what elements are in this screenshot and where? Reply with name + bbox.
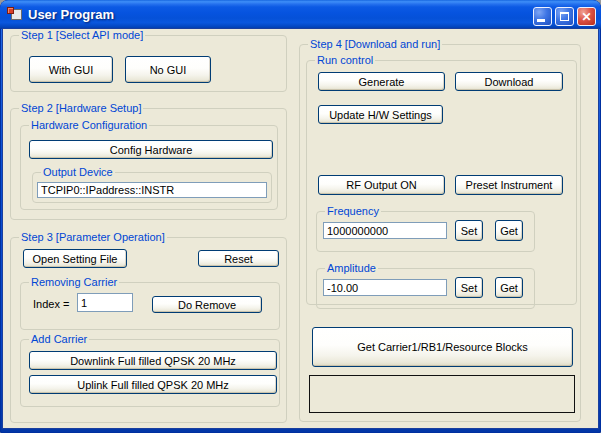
window: User Program ✕ Step 1 [Select API mode] … <box>0 0 601 433</box>
reset-button[interactable]: Reset <box>198 250 279 267</box>
with-gui-button[interactable]: With GUI <box>29 56 113 83</box>
amplitude-caption: Amplitude <box>325 262 378 275</box>
minimize-button[interactable] <box>533 7 552 26</box>
update-hw-settings-button[interactable]: Update H/W Settings <box>318 105 443 124</box>
add-carrier-group: Add Carrier <box>20 339 280 407</box>
dialog-client-area: Step 1 [Select API mode] With GUI No GUI… <box>3 29 598 428</box>
window-title: User Program <box>28 0 114 29</box>
do-remove-button[interactable]: Do Remove <box>152 296 262 313</box>
title-bar: User Program ✕ <box>0 0 601 29</box>
maximize-icon <box>560 12 569 21</box>
index-input[interactable] <box>77 293 133 312</box>
config-hardware-button[interactable]: Config Hardware <box>29 140 273 159</box>
run-control-caption: Run control <box>315 54 375 67</box>
rf-output-on-button[interactable]: RF Output ON <box>318 175 445 195</box>
amplitude-input[interactable] <box>323 279 447 296</box>
output-device-caption: Output Device <box>41 166 115 179</box>
frequency-get-button[interactable]: Get <box>495 220 523 241</box>
output-device-input[interactable] <box>37 182 267 198</box>
get-carrier-resource-blocks-button[interactable]: Get Carrier1/RB1/Resource Blocks <box>312 327 573 367</box>
generate-button[interactable]: Generate <box>318 72 445 91</box>
maximize-button[interactable] <box>555 7 574 26</box>
step4-group-caption: Step 4 [Download and run] <box>308 38 442 51</box>
open-setting-file-button[interactable]: Open Setting File <box>23 249 127 268</box>
amplitude-get-button[interactable]: Get <box>495 277 523 298</box>
frequency-caption: Frequency <box>325 205 381 218</box>
downlink-qpsk-button[interactable]: Downlink Full filled QPSK 20 MHz <box>29 351 277 370</box>
step1-group-caption: Step 1 [Select API mode] <box>19 29 145 42</box>
add-carrier-caption: Add Carrier <box>29 333 89 346</box>
hardware-configuration-caption: Hardware Configuration <box>29 119 149 132</box>
preset-instrument-button[interactable]: Preset Instrument <box>455 175 563 195</box>
step2-group-caption: Step 2 [Hardware Setup] <box>19 102 143 115</box>
removing-carrier-caption: Removing Carrier <box>29 276 119 289</box>
uplink-qpsk-button[interactable]: Uplink Full filled QPSK 20 MHz <box>29 375 277 394</box>
index-label: Index = <box>33 298 69 310</box>
step3-group-caption: Step 3 [Parameter Operation] <box>19 231 167 244</box>
frequency-set-button[interactable]: Set <box>455 220 483 241</box>
app-icon <box>7 6 23 22</box>
frequency-input[interactable] <box>323 222 447 239</box>
app-icon-red-square <box>7 7 14 14</box>
amplitude-set-button[interactable]: Set <box>455 277 483 298</box>
minimize-icon <box>537 19 545 22</box>
close-button[interactable]: ✕ <box>577 7 596 26</box>
download-button[interactable]: Download <box>455 72 563 91</box>
no-gui-button[interactable]: No GUI <box>125 56 211 83</box>
close-icon: ✕ <box>581 11 591 23</box>
status-box <box>309 375 575 413</box>
